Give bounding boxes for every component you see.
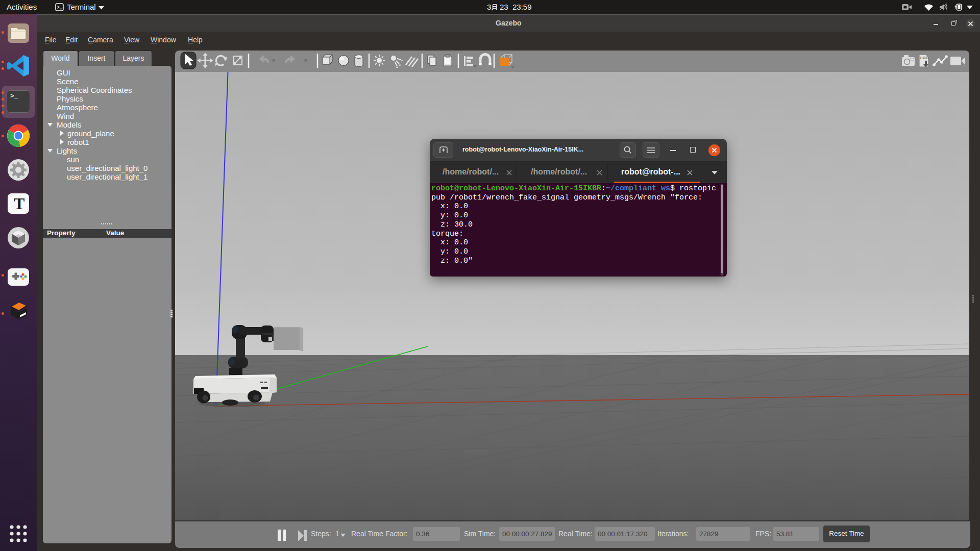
svg-text:T: T [14, 194, 24, 213]
svg-text:LOG: LOG [920, 56, 928, 60]
